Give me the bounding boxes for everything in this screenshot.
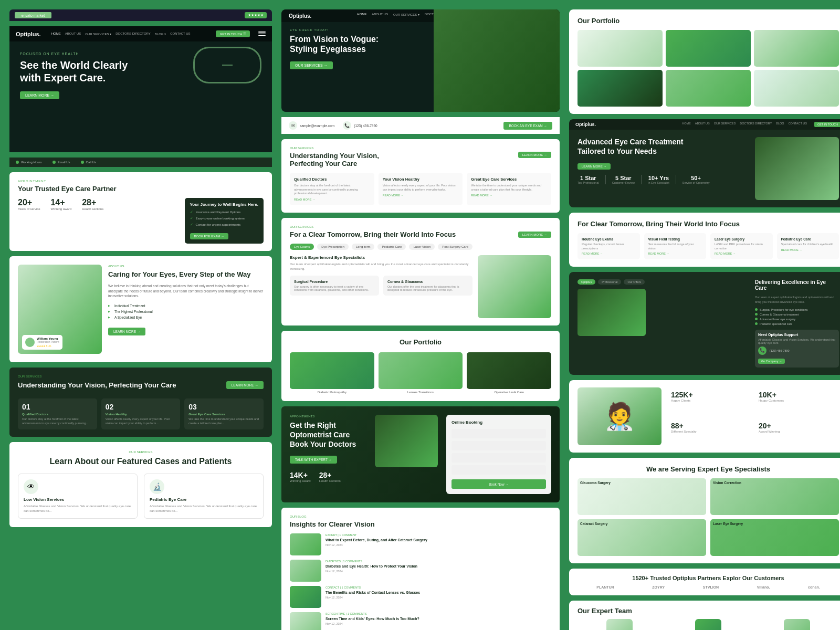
delivering-cta-button[interactable]: Go Company →: [758, 359, 785, 364]
booking-time-input[interactable]: [452, 465, 546, 475]
call-icon: [81, 161, 84, 164]
advanced-cta-button[interactable]: GET IN TOUCH: [814, 122, 840, 127]
booking-date-input[interactable]: [452, 453, 546, 463]
stat-divider-3: [676, 175, 676, 184]
services-tag: OUR SERVICES: [18, 375, 264, 378]
portfolio-right-item-2[interactable]: [666, 30, 751, 67]
about-cta-button[interactable]: LEARN MORE →: [108, 328, 145, 335]
insight-title-2[interactable]: Diabetes and Eye Health: How to Protect …: [326, 564, 551, 569]
booking-submit-button[interactable]: Book Now →: [452, 479, 546, 489]
advanced-stat-1-num: 1 Star: [578, 175, 599, 181]
advanced-treatment: Optiplus. HOME ABOUT US OUR SERVICES DOC…: [569, 119, 840, 207]
cw-item-2-link[interactable]: READ MORE →: [648, 252, 702, 255]
cw-item-3-link[interactable]: READ MORE →: [715, 252, 769, 255]
nav-link-doctors[interactable]: DOCTORS DIRECTORY: [116, 32, 151, 36]
mid-hero-cta-button[interactable]: OUR SERVICES →: [290, 61, 333, 69]
insight-title-4[interactable]: Screen Time and Kids' Eyes: How Much is …: [326, 616, 551, 621]
insight-date-2: Nov 12, 2024: [326, 570, 551, 573]
tab-eye-exams[interactable]: Eye Exams: [290, 244, 314, 250]
left-nav-links: HOME ABOUT US OUR SERVICES ▾ DOCTORS DIR…: [51, 32, 191, 36]
booking-section: APPOINTMENTS Get the Right Optometrist C…: [281, 406, 560, 502]
nav-link-blog[interactable]: BLOG ▾: [155, 32, 166, 36]
vision-card-1-link[interactable]: READ MORE →: [294, 198, 370, 201]
nav-link-services[interactable]: OUR SERVICES ▾: [85, 32, 111, 36]
vision-card-2-link[interactable]: READ MORE →: [383, 194, 459, 197]
ds-tab-professional[interactable]: Professional: [598, 279, 621, 285]
adv-nav-about[interactable]: ABOUT US: [695, 122, 710, 127]
insight-title-1[interactable]: What to Expect Before, During, and After…: [326, 538, 551, 542]
portfolio-item-1[interactable]: Diabetic Retinopathy: [290, 352, 374, 394]
stat-awards-num: 14+: [50, 198, 71, 207]
portfolio-right-item-6[interactable]: [754, 70, 839, 107]
cw-item-4-link[interactable]: READ MORE →: [781, 248, 835, 251]
insight-title-3[interactable]: The Benefits and Risks of Contact Lenses…: [326, 590, 551, 595]
booking-left: APPOINTMENTS Get the Right Optometrist C…: [290, 415, 366, 494]
portfolio-item-2[interactable]: Lenses Transitions: [379, 352, 463, 394]
booking-stat-2-num: 28+: [319, 471, 341, 479]
expert-item-3[interactable]: Cataract Surgery: [578, 519, 706, 556]
envato-logo-text: envato market: [22, 14, 45, 17]
vision-card-3-text: We take the time to understand your uniq…: [471, 184, 547, 192]
patient-card: William Young Restoration Patient ★★★★ 8…: [22, 335, 62, 350]
adv-nav-services[interactable]: OUR SERVICES: [714, 122, 736, 127]
nav-link-contact[interactable]: CONTACT US: [170, 32, 190, 36]
portfolio-right-item-1[interactable]: [578, 30, 663, 67]
cw-item-4: Pediatric Eye Care Specialized care for …: [777, 233, 839, 259]
expert-item-1[interactable]: Glaucoma Surgery: [578, 478, 706, 515]
portfolio-right-item-5[interactable]: [666, 70, 751, 107]
adv-nav-contact[interactable]: CONTACT US: [789, 122, 807, 127]
adv-nav-blog[interactable]: BLOG: [776, 122, 784, 127]
email-icon: [52, 161, 56, 164]
ds-tab-optiplus[interactable]: Optiplus: [578, 279, 595, 285]
vision-learn-more-button[interactable]: LEARN MORE →: [518, 152, 551, 158]
info-email[interactable]: Email Us: [52, 161, 70, 164]
booking-email-input[interactable]: [452, 441, 546, 450]
nav-link-home[interactable]: HOME: [51, 32, 61, 36]
ds-tab-offers[interactable]: Our Offers: [624, 279, 645, 285]
cw-item-2-title: Visual Field Testing: [648, 237, 702, 241]
mid-nav-home[interactable]: HOME: [357, 13, 366, 19]
expert-specialists-title: We are Serving Expert Eye Specialists: [578, 465, 839, 473]
mid-nav-logo: Optiplus.: [289, 13, 311, 19]
tab-pediatric[interactable]: Pediatric Care: [377, 244, 406, 250]
mid-nav-services[interactable]: OUR SERVICES ▾: [393, 13, 419, 19]
advanced-learn-more-button[interactable]: LEARN MORE →: [578, 163, 611, 170]
expert-item-4[interactable]: Laser Eye Surgery: [710, 519, 839, 556]
expert-specialists-section: We are Serving Expert Eye Specialists Gl…: [569, 458, 840, 563]
book-exam-button[interactable]: BOOK EYE EXAM →: [190, 233, 228, 239]
left-nav-cta[interactable]: GET IN TOUCH ☰: [216, 30, 250, 37]
mid-nav-about[interactable]: ABOUT US: [372, 13, 388, 19]
vision-card-3-link[interactable]: READ MORE →: [471, 194, 547, 197]
expert-item-2[interactable]: Vision Correction: [710, 478, 839, 515]
portfolio-item-3[interactable]: Operative Lasik Care: [467, 352, 551, 394]
tab-longterm[interactable]: Long-term: [352, 244, 374, 250]
services-preview: OUR SERVICES Understanding Your Vision, …: [9, 368, 272, 437]
portfolio-right-item-3[interactable]: [754, 30, 839, 67]
advanced-stat-1: 1 Star Top Professional: [578, 175, 599, 184]
info-call[interactable]: Call Us: [81, 161, 96, 164]
service-num-1: 01: [22, 403, 93, 411]
insight-cat-1: EXPERT | 1 Comment: [326, 533, 551, 537]
tab-prescription[interactable]: Eye Prescription: [317, 244, 349, 250]
journey-item-2: ✓ Easy-to-use online booking system: [190, 216, 258, 220]
hero-cta-button[interactable]: LEARN MORE →: [20, 91, 59, 99]
person-icon: 🧑‍⚕️: [578, 387, 662, 445]
vision-card-1-text: Our doctors stay at the forefront of the…: [294, 184, 370, 196]
services-cta-button[interactable]: LEARN MORE →: [226, 381, 264, 389]
delivering-image: [578, 289, 646, 336]
adv-nav-home[interactable]: HOME: [682, 122, 691, 127]
nav-link-about[interactable]: ABOUT US: [65, 32, 81, 36]
adv-nav-doctors[interactable]: DOCTORS DIRECTORY: [740, 122, 772, 127]
service-name-2: Vision Healthy: [106, 413, 176, 416]
cw-item-1-link[interactable]: READ MORE →: [582, 252, 636, 255]
portfolio-right-item-4[interactable]: [578, 70, 663, 107]
tab-laser[interactable]: Laser Vision: [409, 244, 435, 250]
hamburger-icon[interactable]: [258, 32, 266, 36]
book-exam-cta-button[interactable]: BOOK AN EYE EXAM →: [503, 122, 552, 130]
booking-cta-button[interactable]: TALK WITH EXPERT →: [290, 456, 337, 464]
tab-postsurgery[interactable]: Post-Surgery Care: [438, 244, 472, 250]
advanced-stat-3-num: 10+ Yrs: [648, 175, 669, 181]
specialists-cta-button[interactable]: LEARN MORE →: [518, 232, 551, 238]
booking-name-input[interactable]: [452, 429, 546, 438]
cw-item-1-text: Regular checkups, correct lenses prescri…: [582, 243, 636, 250]
